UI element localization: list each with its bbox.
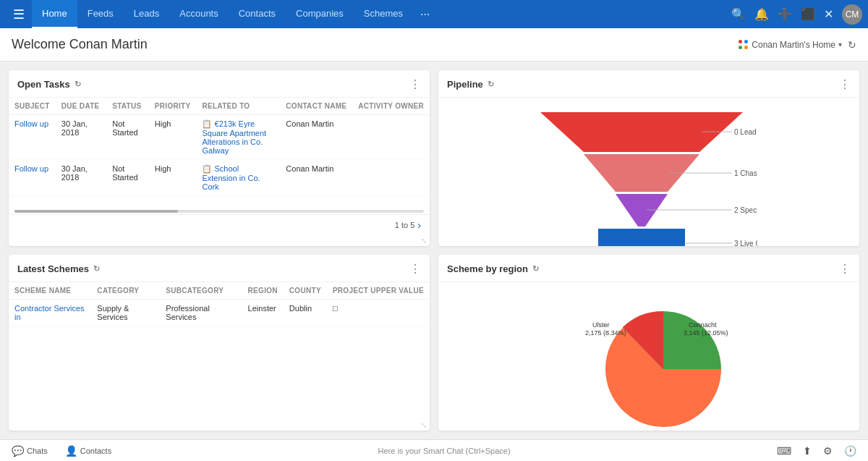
latest-schemes-table: SCHEME NAME CATEGORY SUBCATEGORY REGION … xyxy=(9,282,430,326)
contacts-label: Contacts xyxy=(80,447,111,455)
region-chart: Ulster 2,175 (8.34%) Connacht 3,145 (12.… xyxy=(438,282,859,431)
bottom-right-actions: ⌨ ⬆ ⚙ 🕐 xyxy=(777,445,856,457)
notifications-icon[interactable]: 🔔 xyxy=(754,7,769,21)
pipeline-refresh-icon[interactable]: ↻ xyxy=(488,80,494,89)
dot2 xyxy=(744,40,748,43)
chats-icon: 💬 xyxy=(12,445,24,457)
chats-button[interactable]: 💬 Chats xyxy=(12,445,48,457)
latest-schemes-title: Latest Schemes ↻ xyxy=(17,263,100,274)
related-to-link[interactable]: 📋 €213k Eyre Square Apartment Alteration… xyxy=(202,119,266,155)
dot1 xyxy=(739,40,742,43)
next-page-arrow[interactable]: › xyxy=(417,219,421,231)
user-avatar[interactable]: CM xyxy=(842,4,862,25)
table-row: Contractor Services in Supply & Services… xyxy=(9,300,430,326)
scheme-by-region-card: Scheme by region ↻ ⋮ xyxy=(438,255,859,431)
due-date-cell: 30 Jan, 2018 xyxy=(56,160,106,196)
upload-icon[interactable]: ⬆ xyxy=(803,445,812,457)
latest-schemes-resize-handle[interactable]: ⤡ xyxy=(9,420,430,431)
add-icon[interactable]: ➕ xyxy=(778,7,792,21)
table-row: Follow up 30 Jan, 2018 Not Started High … xyxy=(9,160,430,196)
scheme-by-region-title: Scheme by region ↻ xyxy=(447,263,539,274)
scheme-by-region-menu-icon[interactable]: ⋮ xyxy=(839,262,851,276)
contact-name-cell: Conan Martin xyxy=(280,160,352,196)
activity-owner-cell xyxy=(352,115,430,160)
page-title: Welcome Conan Martin xyxy=(12,37,148,52)
col-due-date: DUE DATE xyxy=(56,98,106,115)
priority-cell: High xyxy=(149,160,197,196)
scheme-by-region-refresh-icon[interactable]: ↻ xyxy=(532,264,539,274)
chevron-down-icon: ▾ xyxy=(838,41,842,48)
col-priority: PRIORITY xyxy=(149,98,197,115)
latest-schemes-refresh-icon[interactable]: ↻ xyxy=(93,264,100,274)
bottom-bar: 💬 Chats 👤 Contacts Here is your Smart Ch… xyxy=(0,439,868,461)
nav-tab-home[interactable]: Home xyxy=(32,0,77,28)
nav-tab-accounts[interactable]: Accounts xyxy=(169,0,228,28)
page-refresh-icon[interactable]: ↻ xyxy=(848,39,856,51)
scheme-value-cell: □ xyxy=(327,300,430,326)
scheme-by-region-header: Scheme by region ↻ ⋮ xyxy=(438,255,859,282)
col-subcategory: SUBCATEGORY xyxy=(160,282,242,300)
nav-tab-contacts[interactable]: Contacts xyxy=(229,0,286,28)
col-activity-owner: ACTIVITY OWNER xyxy=(352,98,430,115)
col-region: REGION xyxy=(242,282,284,300)
status-cell: Not Started xyxy=(106,115,149,160)
nav-tab-companies[interactable]: Companies xyxy=(286,0,354,28)
home-grid-icon xyxy=(739,40,749,50)
open-tasks-card: Open Tasks ↻ ⋮ SUBJECT DUE DATE STATUS P… xyxy=(9,70,430,246)
stage-1-label: 1 Chasing xyxy=(734,169,757,177)
funnel-stage-3 xyxy=(598,229,685,246)
scheme-name-cell: Contractor Services in xyxy=(9,300,91,326)
related-to-link[interactable]: 📋 School Extension in Co. Cork xyxy=(202,164,260,191)
open-tasks-table-container[interactable]: SUBJECT DUE DATE STATUS PRIORITY RELATED… xyxy=(9,98,430,208)
subject-link[interactable]: Follow up xyxy=(14,119,48,128)
search-icon[interactable]: 🔍 xyxy=(731,7,746,21)
latest-schemes-header: Latest Schemes ↻ ⋮ xyxy=(9,255,430,282)
open-tasks-menu-icon[interactable]: ⋮ xyxy=(409,77,421,91)
col-related-to: RELATED TO xyxy=(196,98,280,115)
pie-chart-container: Ulster 2,175 (8.34%) Connacht 3,145 (12.… xyxy=(548,289,750,431)
settings-icon[interactable]: ✕ xyxy=(824,7,833,21)
col-county: COUNTY xyxy=(284,282,327,300)
open-tasks-header: Open Tasks ↻ ⋮ xyxy=(9,70,430,98)
funnel-stage-2 xyxy=(616,194,668,227)
pipeline-menu-icon[interactable]: ⋮ xyxy=(839,77,851,91)
main-content: Open Tasks ↻ ⋮ SUBJECT DUE DATE STATUS P… xyxy=(0,62,868,439)
chats-label: Chats xyxy=(27,447,48,455)
home-label: Conan Martin's Home xyxy=(752,40,835,50)
table-row: Follow up 30 Jan, 2018 Not Started High … xyxy=(9,115,430,160)
pipeline-title: Pipeline ↻ xyxy=(447,79,494,90)
page-header: Welcome Conan Martin Conan Martin's Home… xyxy=(0,28,868,62)
clock-icon[interactable]: 🕐 xyxy=(844,445,856,457)
keyboard-icon[interactable]: ⌨ xyxy=(777,445,791,457)
nav-actions: 🔍 🔔 ➕ ⬛ ✕ CM xyxy=(731,4,862,25)
nav-tab-feeds[interactable]: Feeds xyxy=(77,0,124,28)
nav-tab-leads[interactable]: Leads xyxy=(124,0,169,28)
home-selector[interactable]: Conan Martin's Home ▾ xyxy=(739,40,842,50)
related-to-cell: 📋 School Extension in Co. Cork xyxy=(196,160,280,196)
scroll-indicator[interactable] xyxy=(14,210,424,213)
subject-link[interactable]: Follow up xyxy=(14,164,48,173)
stage-3-label: 3 Live On-Site xyxy=(734,240,757,246)
config-icon[interactable]: ⚙ xyxy=(823,445,833,457)
nav-tabs: Home Feeds Leads Accounts Contacts Compa… xyxy=(32,0,413,28)
contacts-button[interactable]: 👤 Contacts xyxy=(65,445,111,457)
nav-more-button[interactable]: ··· xyxy=(413,8,437,21)
scheme-name-link[interactable]: Contractor Services in xyxy=(14,304,85,321)
open-tasks-refresh-icon[interactable]: ↻ xyxy=(75,80,81,89)
smart-chat-text: Here is your Smart Chat (Ctrl+Space) xyxy=(129,447,760,455)
contacts-icon: 👤 xyxy=(65,445,77,457)
resize-handle[interactable]: ⤡ xyxy=(9,235,430,246)
pie-segment-other xyxy=(663,311,721,369)
latest-schemes-table-container[interactable]: SCHEME NAME CATEGORY SUBCATEGORY REGION … xyxy=(9,282,430,420)
col-contact-name: CONTACT NAME xyxy=(280,98,352,115)
latest-schemes-menu-icon[interactable]: ⋮ xyxy=(409,262,421,276)
export-icon[interactable]: ⬛ xyxy=(801,7,815,21)
contact-name-cell: Conan Martin xyxy=(280,115,352,160)
hamburger-menu[interactable]: ☰ xyxy=(6,7,32,22)
ulster-label: Ulster xyxy=(592,321,610,329)
col-status: STATUS xyxy=(106,98,149,115)
nav-tab-schemes[interactable]: Schemes xyxy=(354,0,413,28)
pie-chart-svg: Ulster 2,175 (8.34%) Connacht 3,145 (12.… xyxy=(548,289,750,431)
scheme-county-cell: Dublin xyxy=(284,300,327,326)
svg-text:2,175 (8.34%): 2,175 (8.34%) xyxy=(585,329,626,337)
